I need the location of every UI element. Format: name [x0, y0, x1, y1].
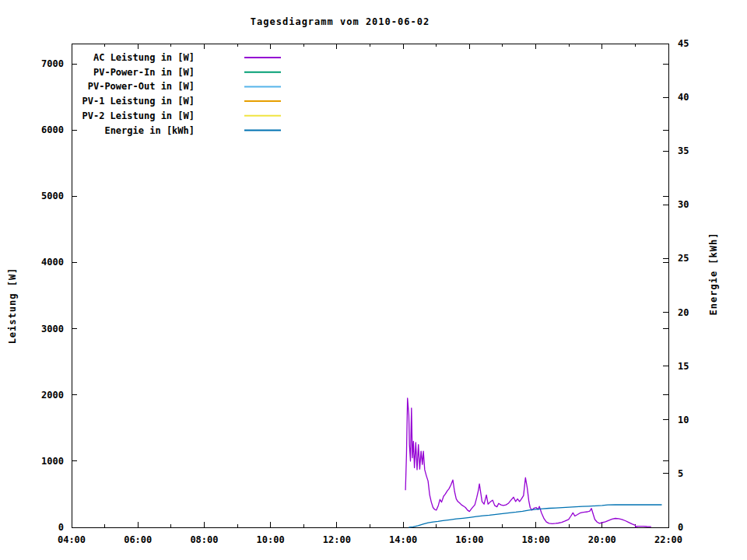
- y-axis-label: Leistung [W]: [7, 268, 18, 345]
- plot-canvas: 04:0006:0008:0010:0012:0014:0016:0018:00…: [0, 0, 747, 560]
- legend-label: PV-Power-In in [W]: [93, 67, 195, 78]
- y-tick-label: 7000: [41, 58, 64, 69]
- y-tick-label: 1000: [41, 456, 64, 467]
- legend-label: AC Leistung in [W]: [93, 52, 195, 63]
- y2-axis-ticks: 051015202530354045: [663, 38, 689, 533]
- legend-item: PV-1 Leistung in [W]: [82, 96, 282, 107]
- x-tick-label: 16:00: [455, 534, 483, 545]
- x-tick-label: 04:00: [58, 534, 86, 545]
- legend-label: PV-Power-Out in [W]: [88, 81, 195, 92]
- x-tick-label: 18:00: [521, 534, 549, 545]
- y2-tick-label: 40: [678, 92, 689, 103]
- legend-item: Energie in [kWh]: [104, 125, 281, 136]
- series-ac-leistung-in-w-: [405, 398, 651, 527]
- x-tick-label: 08:00: [190, 534, 218, 545]
- x-tick-label: 10:00: [257, 534, 285, 545]
- y2-tick-label: 0: [678, 522, 683, 533]
- legend: AC Leistung in [W]PV-Power-In in [W]PV-P…: [82, 52, 282, 136]
- x-tick-label: 12:00: [323, 534, 351, 545]
- y2-tick-label: 25: [678, 253, 689, 264]
- x-tick-label: 20:00: [588, 534, 616, 545]
- legend-label: PV-1 Leistung in [W]: [82, 96, 195, 107]
- y-tick-label: 2000: [41, 390, 64, 401]
- x-tick-label: 14:00: [389, 534, 417, 545]
- y2-tick-label: 20: [678, 307, 689, 318]
- y-tick-label: 0: [58, 522, 64, 533]
- tagesdiagramm-chart: Tagesdiagramm vom 2010-06-02 Leistung [W…: [0, 0, 747, 560]
- y2-tick-label: 30: [678, 199, 689, 210]
- legend-item: AC Leistung in [W]: [93, 52, 281, 63]
- legend-item: PV-Power-Out in [W]: [88, 81, 281, 92]
- y2-tick-label: 5: [678, 468, 683, 479]
- legend-item: PV-2 Leistung in [W]: [82, 110, 282, 121]
- x-tick-label: 06:00: [124, 534, 152, 545]
- y2-axis-label: Energie [kWh]: [708, 233, 719, 316]
- y-tick-label: 4000: [41, 257, 64, 268]
- y2-tick-label: 35: [678, 145, 689, 156]
- legend-label: PV-2 Leistung in [W]: [82, 110, 195, 121]
- legend-label: Energie in [kWh]: [104, 125, 195, 136]
- chart-title: Tagesdiagramm vom 2010-06-02: [0, 16, 680, 27]
- y-tick-label: 5000: [41, 191, 64, 201]
- y-tick-label: 3000: [41, 324, 64, 334]
- x-tick-label: 22:00: [654, 534, 682, 545]
- y2-tick-label: 10: [678, 415, 689, 425]
- y2-tick-label: 45: [678, 38, 689, 49]
- y-tick-label: 6000: [41, 124, 64, 135]
- series-group: [405, 398, 661, 527]
- y2-tick-label: 15: [678, 361, 689, 372]
- legend-item: PV-Power-In in [W]: [93, 67, 281, 78]
